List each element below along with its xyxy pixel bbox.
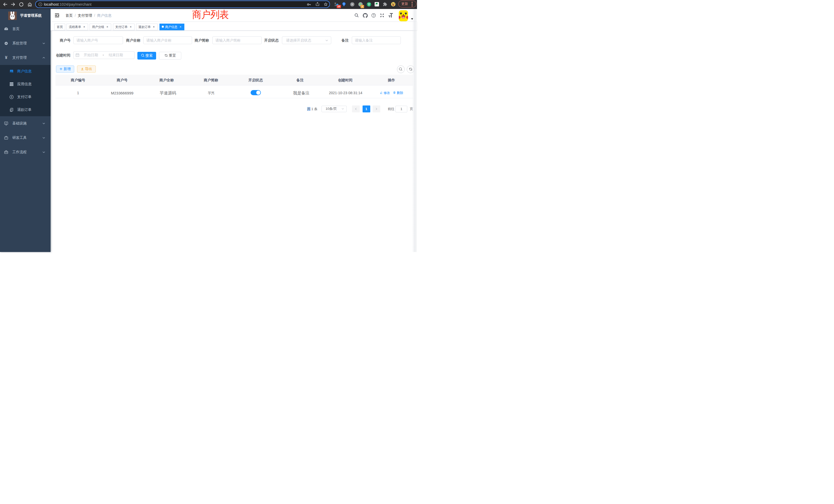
svg-text:⌘: ⌘ [351, 3, 354, 6]
svg-text:¥: ¥ [11, 95, 12, 98]
